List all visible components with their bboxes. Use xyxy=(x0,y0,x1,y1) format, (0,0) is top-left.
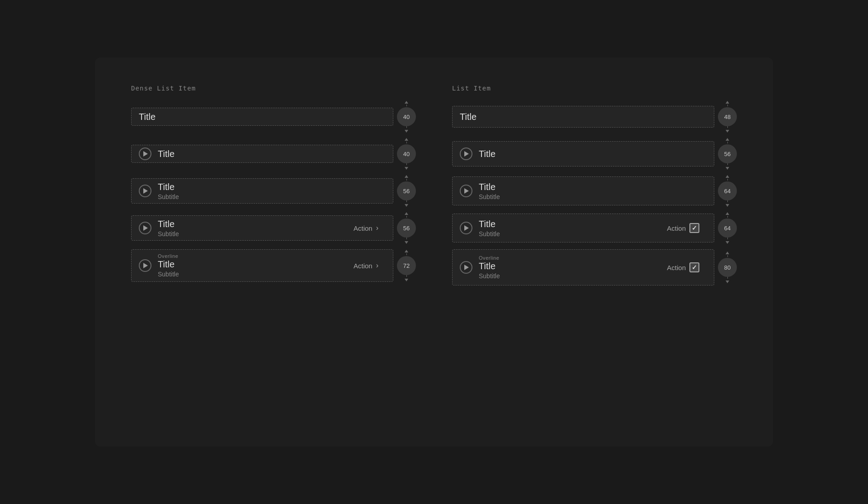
title-text: Title xyxy=(460,112,707,122)
overline-text: Overline xyxy=(158,253,354,259)
list-item-wrapper: TitleSubtitle64 xyxy=(452,175,737,207)
arrow-down-icon xyxy=(726,167,729,170)
height-badge-wrapper: 56 xyxy=(397,175,416,207)
action-label: Action xyxy=(667,224,686,232)
subtitle-text: Subtitle xyxy=(158,230,354,238)
list-item-dense-2[interactable]: Title xyxy=(131,145,393,163)
subtitle-text: Subtitle xyxy=(158,271,354,278)
list-item-wrapper: TitleSubtitle56 xyxy=(131,175,416,207)
text-content: Title xyxy=(158,149,386,159)
subtitle-text: Subtitle xyxy=(479,193,707,200)
list-item-list-1[interactable]: Title xyxy=(452,106,714,128)
title-text: Title xyxy=(479,182,707,192)
height-badge-wrapper: 40 xyxy=(397,101,416,133)
play-icon[interactable] xyxy=(139,259,151,272)
dashed-line-bottom xyxy=(406,163,407,166)
height-badge: 48 xyxy=(718,107,737,126)
height-badge-wrapper: 72 xyxy=(397,250,416,281)
chevron-icon[interactable]: › xyxy=(376,224,378,232)
arrow-up-icon xyxy=(726,138,729,141)
list-item-wrapper: Title56 xyxy=(452,138,737,170)
list-items-container: Title40Title40TitleSubtitle56TitleSubtit… xyxy=(131,101,416,282)
checkmark-icon: ✓ xyxy=(692,264,697,271)
text-content: OverlineTitleSubtitle xyxy=(479,255,667,280)
height-value: 56 xyxy=(403,188,410,195)
arrow-up-icon xyxy=(405,138,408,141)
list-item-wrapper: Title40 xyxy=(131,101,416,133)
play-icon[interactable] xyxy=(139,147,151,160)
chevron-icon[interactable]: › xyxy=(376,262,378,270)
list-item-list-5[interactable]: OverlineTitleSubtitleAction✓ xyxy=(452,249,714,285)
arrow-up-icon xyxy=(405,212,408,215)
list-item-dense-3[interactable]: TitleSubtitle xyxy=(131,178,393,204)
overline-text: Overline xyxy=(479,255,667,261)
action-area: Action› xyxy=(354,262,378,270)
play-triangle-icon xyxy=(464,265,469,270)
play-icon[interactable] xyxy=(139,222,151,234)
list-item-wrapper: TitleSubtitleAction›56 xyxy=(131,212,416,244)
text-content: Title xyxy=(479,149,707,159)
height-badge: 64 xyxy=(718,181,737,200)
arrow-up-icon xyxy=(405,175,408,178)
arrow-down-icon xyxy=(726,204,729,207)
height-badge-wrapper: 48 xyxy=(718,101,737,133)
play-icon[interactable] xyxy=(460,261,472,274)
columns-container: Dense List ItemTitle40Title40TitleSubtit… xyxy=(131,85,737,285)
height-value: 72 xyxy=(403,262,410,269)
text-content: TitleSubtitle xyxy=(158,219,354,238)
play-icon[interactable] xyxy=(460,147,472,160)
play-icon[interactable] xyxy=(139,185,151,197)
dashed-line-bottom xyxy=(406,200,407,203)
dashed-line-bottom xyxy=(406,275,407,278)
text-content: TitleSubtitle xyxy=(479,219,667,238)
height-badge: 56 xyxy=(397,219,416,238)
height-value: 56 xyxy=(724,151,731,157)
play-triangle-icon xyxy=(143,225,148,231)
height-badge-wrapper: 56 xyxy=(397,212,416,244)
arrow-up-icon xyxy=(726,252,729,254)
play-icon[interactable] xyxy=(460,185,472,197)
list-item-list-2[interactable]: Title xyxy=(452,141,714,166)
list-item-wrapper: Title40 xyxy=(131,138,416,170)
title-text: Title xyxy=(158,219,354,229)
text-content: Title xyxy=(460,112,707,122)
height-badge: 56 xyxy=(718,144,737,163)
main-container: Dense List ItemTitle40Title40TitleSubtit… xyxy=(95,57,773,447)
play-triangle-icon xyxy=(143,188,148,194)
height-badge-wrapper: 64 xyxy=(718,175,737,207)
dashed-line-bottom xyxy=(727,163,728,166)
arrow-down-icon xyxy=(726,241,729,244)
dashed-line-bottom xyxy=(406,126,407,129)
action-area: Action✓ xyxy=(667,223,699,233)
height-badge-wrapper: 64 xyxy=(718,212,737,244)
dashed-line-bottom xyxy=(727,238,728,240)
action-label: Action xyxy=(354,224,373,232)
play-icon[interactable] xyxy=(460,222,472,234)
arrow-down-icon xyxy=(405,241,408,244)
list-item-dense-1[interactable]: Title xyxy=(131,108,393,126)
list-item-list-4[interactable]: TitleSubtitleAction✓ xyxy=(452,214,714,242)
height-badge: 72 xyxy=(397,256,416,275)
checkbox[interactable]: ✓ xyxy=(689,223,699,233)
action-label: Action xyxy=(667,264,686,271)
height-value: 80 xyxy=(724,264,731,271)
height-value: 56 xyxy=(403,225,410,232)
play-triangle-icon xyxy=(464,225,469,231)
arrow-down-icon xyxy=(405,204,408,207)
arrow-up-icon xyxy=(405,250,408,252)
column-0: Dense List ItemTitle40Title40TitleSubtit… xyxy=(131,85,416,285)
list-item-dense-4[interactable]: TitleSubtitleAction› xyxy=(131,215,393,241)
height-value: 40 xyxy=(403,114,410,120)
title-text: Title xyxy=(479,219,667,229)
arrow-down-icon xyxy=(726,281,729,283)
subtitle-text: Subtitle xyxy=(479,230,667,238)
checkmark-icon: ✓ xyxy=(692,224,697,232)
dashed-line-bottom xyxy=(727,277,728,280)
dashed-line-bottom xyxy=(727,126,728,129)
list-item-dense-5[interactable]: OverlineTitleSubtitleAction› xyxy=(131,249,393,282)
arrow-down-icon xyxy=(405,130,408,133)
checkbox[interactable]: ✓ xyxy=(689,262,699,272)
play-triangle-icon xyxy=(464,151,469,157)
list-item-list-3[interactable]: TitleSubtitle xyxy=(452,176,714,205)
height-badge: 80 xyxy=(718,258,737,277)
